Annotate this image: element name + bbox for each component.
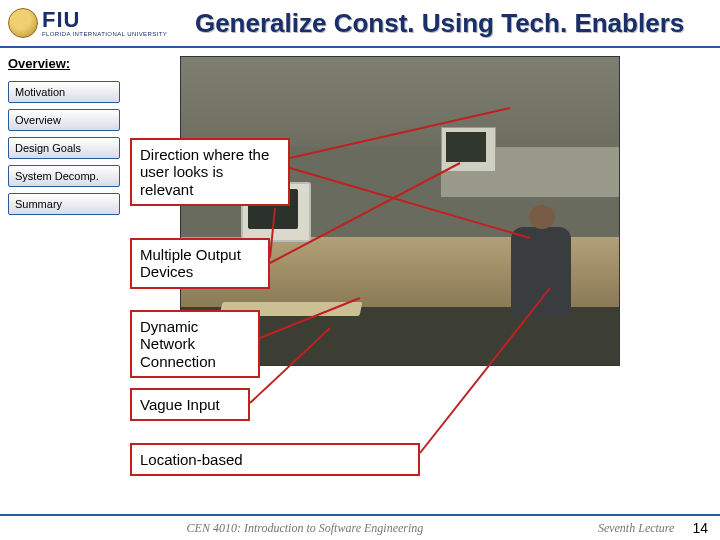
sidebar-item-overview[interactable]: Overview: [8, 109, 120, 131]
footer-course: CEN 4010: Introduction to Software Engin…: [12, 521, 598, 536]
monitor-icon: [441, 127, 496, 172]
sidebar-item-label: Design Goals: [15, 142, 81, 154]
footer-lecture: Seventh Lecture: [598, 521, 675, 536]
sidebar-item-label: System Decomp.: [15, 170, 99, 182]
slide-title: Generalize Const. Using Tech. Enablers: [167, 8, 712, 39]
sidebar-item-label: Overview: [15, 114, 61, 126]
sidebar-heading: Overview:: [8, 56, 122, 71]
logo: FIU FLORIDA INTERNATIONAL UNIVERSITY: [8, 8, 167, 38]
callout-vague-input: Vague Input: [130, 388, 250, 421]
callout-network: Dynamic Network Connection: [130, 310, 260, 378]
person-icon: [511, 227, 571, 317]
sidebar-item-label: Motivation: [15, 86, 65, 98]
seal-icon: [8, 8, 38, 38]
sidebar-item-summary[interactable]: Summary: [8, 193, 120, 215]
logo-subtext: FLORIDA INTERNATIONAL UNIVERSITY: [42, 31, 167, 37]
callout-location: Location-based: [130, 443, 420, 476]
callout-direction: Direction where the user looks is releva…: [130, 138, 290, 206]
footer-page-number: 14: [692, 520, 708, 536]
sidebar-item-design-goals[interactable]: Design Goals: [8, 137, 120, 159]
sidebar-item-system-decomp[interactable]: System Decomp.: [8, 165, 120, 187]
sidebar-item-label: Summary: [15, 198, 62, 210]
logo-text: FIU: [42, 9, 167, 31]
callout-output-devices: Multiple Output Devices: [130, 238, 270, 289]
sidebar-item-motivation[interactable]: Motivation: [8, 81, 120, 103]
